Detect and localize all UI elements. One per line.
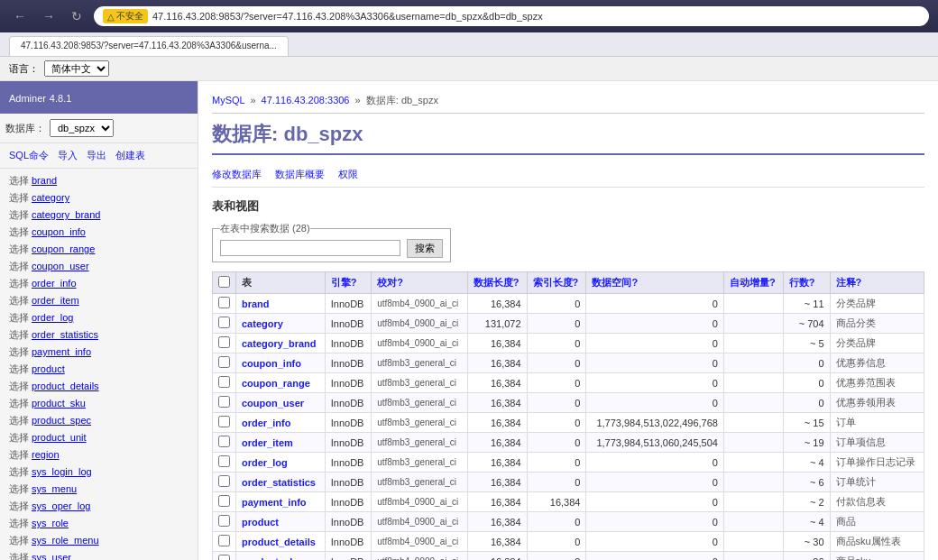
sidebar-item-order_info[interactable]: 选择order_info: [0, 275, 198, 292]
sidebar-item-sys_menu[interactable]: 选择sys_menu: [0, 481, 198, 498]
row-checkbox[interactable]: [218, 297, 230, 308]
row-data-len: 16,384: [467, 473, 527, 492]
sidebar-item-product_details[interactable]: 选择product_details: [0, 378, 198, 395]
search-input[interactable]: [220, 240, 400, 256]
row-comment: 分类品牌: [830, 294, 924, 314]
table-row: coupon_info InnoDB utf8mb3_general_ci 16…: [213, 353, 924, 373]
row-data-len: 16,384: [467, 294, 527, 314]
url-text: 47.116.43.208:9853/?server=47.116.43.208…: [152, 11, 543, 22]
row-comment: 订单统计: [830, 473, 924, 492]
row-comment: 分类品牌: [830, 334, 924, 353]
sidebar-item-coupon_user[interactable]: 选择coupon_user: [0, 258, 198, 275]
row-auto-inc: [723, 294, 783, 314]
row-comment: 优惠券领用表: [830, 393, 924, 413]
row-checkbox-cell: [213, 453, 236, 473]
row-checkbox[interactable]: [218, 495, 230, 507]
browser-tab[interactable]: 47.116.43.208:9853/?server=47.116.43.208…: [9, 36, 289, 56]
sidebar-item-region[interactable]: 选择region: [0, 446, 198, 464]
row-data-free: 0: [586, 532, 724, 552]
row-checkbox[interactable]: [218, 336, 230, 348]
tab-bar: 47.116.43.208:9853/?server=47.116.43.208…: [0, 32, 938, 57]
row-table-name: order_statistics: [236, 473, 326, 492]
sidebar-item-payment_info[interactable]: 选择payment_info: [0, 344, 198, 361]
row-collation: utf8mb4_0900_ai_ci: [372, 532, 468, 552]
row-engine: InnoDB: [325, 512, 371, 532]
sidebar-item-coupon_range[interactable]: 选择coupon_range: [0, 241, 198, 258]
sql-command-link[interactable]: SQL命令: [9, 149, 49, 162]
row-comment: 订单操作日志记录: [830, 453, 924, 473]
tab-db-overview[interactable]: 数据库概要: [275, 168, 325, 181]
row-checkbox[interactable]: [218, 475, 230, 487]
sidebar-item-category_brand[interactable]: 选择category_brand: [0, 207, 198, 224]
row-checkbox-cell: [213, 314, 236, 334]
sidebar-item-sys_role[interactable]: 选择sys_role: [0, 515, 198, 532]
sidebar-item-sys_user[interactable]: 选择sys_user: [0, 549, 198, 560]
row-auto-inc: [723, 433, 783, 453]
forward-button[interactable]: →: [38, 7, 60, 25]
sidebar-item-sys_role_menu[interactable]: 选择sys_role_menu: [0, 532, 198, 549]
row-checkbox[interactable]: [218, 436, 230, 447]
row-data-free: 0: [586, 294, 724, 314]
row-checkbox[interactable]: [218, 317, 230, 328]
table-row: order_log InnoDB utf8mb3_general_ci 16,3…: [213, 453, 924, 473]
sidebar-item-product_spec[interactable]: 选择product_spec: [0, 412, 198, 429]
lang-select[interactable]: 简体中文: [44, 60, 109, 77]
row-idx-len: 0: [527, 353, 586, 373]
row-checkbox-cell: [213, 552, 236, 561]
table-header-row: 表 引擎? 校对? 数据长度? 索引长度? 数据空间? 自动增量? 行数? 注释…: [213, 272, 924, 294]
col-data-len: 数据长度?: [467, 272, 527, 294]
sidebar-item-order_item[interactable]: 选择order_item: [0, 292, 198, 309]
row-checkbox[interactable]: [218, 416, 230, 427]
tab-permissions[interactable]: 权限: [338, 168, 358, 181]
breadcrumb-mysql[interactable]: MySQL: [212, 95, 244, 106]
row-idx-len: 0: [527, 532, 586, 552]
search-button[interactable]: 搜索: [407, 239, 443, 258]
row-comment: 订单: [830, 413, 924, 433]
breadcrumb: MySQL » 47.116.43.208:3306 » 数据库: db_spz…: [212, 90, 924, 114]
row-checkbox[interactable]: [218, 396, 230, 408]
sidebar-item-product_unit[interactable]: 选择product_unit: [0, 429, 198, 446]
row-checkbox[interactable]: [218, 535, 230, 546]
warning-icon: △: [107, 12, 115, 22]
sidebar-item-category[interactable]: 选择category: [0, 189, 198, 207]
row-auto-inc: [723, 453, 783, 473]
import-link[interactable]: 导入: [58, 149, 78, 162]
row-checkbox[interactable]: [218, 555, 230, 560]
row-collation: utf8mb3_general_ci: [372, 353, 468, 373]
sidebar-item-coupon_info[interactable]: 选择coupon_info: [0, 224, 198, 241]
row-idx-len: 0: [527, 552, 586, 561]
row-collation: utf8mb4_0900_ai_ci: [372, 512, 468, 532]
row-data-len: 16,384: [467, 532, 527, 552]
row-checkbox[interactable]: [218, 515, 230, 527]
row-auto-inc: [723, 413, 783, 433]
address-bar[interactable]: △ 不安全 47.116.43.208:9853/?server=47.116.…: [94, 6, 929, 26]
row-checkbox[interactable]: [218, 356, 230, 368]
row-auto-inc: [723, 492, 783, 512]
sidebar-item-order_statistics[interactable]: 选择order_statistics: [0, 326, 198, 344]
sidebar-item-product[interactable]: 选择product: [0, 361, 198, 378]
row-idx-len: 0: [527, 453, 586, 473]
sidebar-item-sys_login_log[interactable]: 选择sys_login_log: [0, 464, 198, 481]
row-table-name: coupon_user: [236, 393, 326, 413]
reload-button[interactable]: ↻: [67, 7, 87, 25]
sidebar-item-order_log[interactable]: 选择order_log: [0, 309, 198, 326]
sidebar-item-product_sku[interactable]: 选择product_sku: [0, 395, 198, 412]
sidebar-item-sys_oper_log[interactable]: 选择sys_oper_log: [0, 498, 198, 515]
select-all-checkbox[interactable]: [218, 276, 230, 288]
export-link[interactable]: 导出: [87, 149, 106, 162]
breadcrumb-server[interactable]: 47.116.43.208:3306: [262, 95, 350, 106]
create-table-link[interactable]: 创建表: [115, 149, 145, 162]
row-collation: utf8mb3_general_ci: [372, 453, 468, 473]
row-rows: ~ 4: [783, 512, 830, 532]
app-version: 4.8.1: [50, 93, 71, 104]
tab-modify-db[interactable]: 修改数据库: [212, 168, 262, 181]
back-button[interactable]: ←: [9, 7, 31, 25]
row-checkbox[interactable]: [218, 376, 230, 388]
row-collation: utf8mb4_0900_ai_ci: [372, 294, 468, 314]
sidebar-item-brand[interactable]: 选择brand: [0, 172, 198, 189]
row-checkbox-cell: [213, 473, 236, 492]
row-checkbox[interactable]: [218, 455, 230, 467]
row-data-len: 16,384: [467, 413, 527, 433]
db-select[interactable]: db_spzx: [50, 119, 114, 137]
table-row: coupon_user InnoDB utf8mb3_general_ci 16…: [213, 393, 924, 413]
